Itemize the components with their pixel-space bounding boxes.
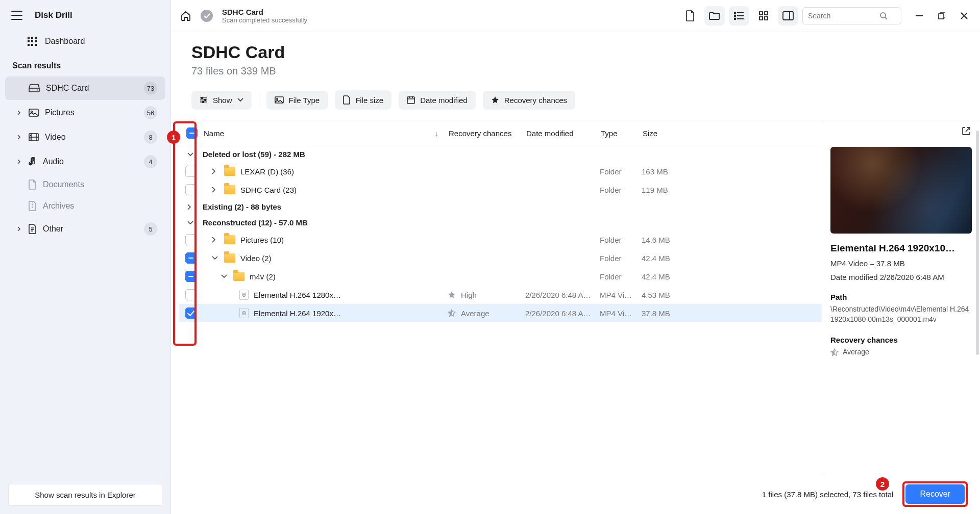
close-icon[interactable]	[958, 9, 971, 22]
sidebar-item-sdhc[interactable]: SDHC Card 73	[5, 76, 165, 100]
datemodified-filter-button[interactable]: Date modified	[399, 91, 476, 110]
table-row[interactable]: Video (2) Folder 42.4 MB	[179, 249, 822, 267]
filesize-filter-button[interactable]: File size	[335, 90, 391, 110]
table-row[interactable]: Pictures (10) Folder 14.6 MB	[179, 230, 822, 249]
table-row[interactable]: m4v (2) Folder 42.4 MB	[179, 267, 822, 286]
menu-icon[interactable]	[11, 11, 22, 20]
row-checkbox[interactable]	[185, 166, 197, 177]
row-name: Elemental H.264 1280x…	[254, 291, 341, 299]
row-name: LEXAR (D) (36)	[240, 167, 294, 176]
chevron-right-icon[interactable]	[212, 237, 219, 243]
recover-button[interactable]: Recover	[905, 484, 965, 504]
chevron-down-icon[interactable]	[212, 256, 219, 260]
scrollbar[interactable]	[976, 131, 979, 355]
sidebar-item-pictures[interactable]: Pictures 56	[5, 101, 165, 124]
chevron-right-icon[interactable]	[16, 159, 22, 164]
row-checkbox[interactable]	[185, 234, 197, 245]
row-size: 14.6 MB	[642, 236, 693, 244]
audio-icon	[29, 157, 37, 167]
sidebar-count: 5	[144, 222, 157, 236]
sidebar-item-video[interactable]: Video 8	[5, 125, 165, 149]
titlebar: SDHC Card Scan completed successfully	[171, 0, 980, 32]
row-name: Video (2)	[240, 254, 272, 263]
folder-view-icon[interactable]	[704, 6, 725, 25]
sidebar-dashboard[interactable]: Dashboard	[0, 31, 170, 52]
sidebar: Disk Drill Dashboard Scan results SDHC C…	[0, 0, 171, 514]
sidebar-label: Archives	[43, 201, 74, 211]
svg-rect-0	[28, 37, 30, 39]
preview-path-value: \Reconstructed\Video\m4v\Elemental H.264…	[830, 304, 972, 324]
column-name[interactable]: Name↓	[204, 129, 449, 138]
page-header: SDHC Card 73 files on 339 MB	[171, 32, 980, 83]
chevron-down-icon[interactable]	[221, 274, 228, 278]
column-date[interactable]: Date modified	[526, 129, 601, 138]
sidebar-item-documents[interactable]: Documents	[5, 174, 165, 195]
filetype-filter-button[interactable]: File Type	[266, 91, 328, 110]
show-filter-button[interactable]: Show	[191, 91, 252, 110]
star-half-icon	[830, 348, 839, 356]
show-in-explorer-button[interactable]: Show scan results in Explorer	[8, 484, 162, 506]
row-type: Folder	[600, 272, 642, 281]
table-group-row[interactable]: Deleted or lost (59) - 282 MB	[179, 146, 822, 162]
sidebar-item-other[interactable]: Other 5	[5, 217, 165, 241]
svg-rect-7	[31, 44, 33, 46]
row-date: 2/26/2020 6:48 A…	[525, 309, 600, 318]
column-recovery[interactable]: Recovery chances	[449, 129, 526, 138]
svg-point-29	[276, 98, 277, 99]
folder-icon	[224, 185, 235, 194]
main: SDHC Card Scan completed successfully SD…	[171, 0, 980, 514]
svg-rect-17	[760, 12, 763, 15]
table-row[interactable]: Elemental H.264 1920x… Average 2/26/2020…	[179, 304, 822, 322]
chevron-right-icon[interactable]	[16, 135, 22, 140]
grid-icon	[28, 37, 37, 46]
file-view-icon[interactable]	[680, 6, 700, 25]
maximize-icon[interactable]	[935, 9, 948, 22]
filter-label: Recovery chances	[504, 96, 567, 105]
chevron-down-icon[interactable]	[187, 221, 194, 225]
table-row[interactable]: SDHC Card (23) Folder 119 MB	[179, 181, 822, 199]
status-bar: 1 files (37.8 MB) selected, 73 files tot…	[171, 474, 980, 514]
row-checkbox[interactable]	[185, 307, 197, 319]
sidebar-item-archives[interactable]: Archives	[5, 196, 165, 216]
chevron-down-icon[interactable]	[187, 152, 194, 157]
svg-point-26	[205, 99, 206, 101]
titlebar-title: SDHC Card	[222, 8, 307, 16]
row-type: Folder	[600, 236, 642, 244]
table-group-row[interactable]: Reconstructed (12) - 57.0 MB	[179, 215, 822, 230]
preview-rc-value: Average	[843, 347, 869, 357]
home-icon[interactable]	[180, 10, 191, 21]
table-row[interactable]: LEXAR (D) (36) Folder 163 MB	[179, 162, 822, 181]
chevron-right-icon[interactable]	[187, 204, 194, 210]
filter-label: File size	[355, 96, 383, 105]
row-size: 42.4 MB	[642, 272, 693, 281]
sidebar-item-audio[interactable]: Audio 4	[5, 150, 165, 173]
panel-view-icon[interactable]	[778, 6, 798, 25]
document-icon	[29, 179, 37, 190]
svg-rect-30	[407, 97, 414, 104]
open-external-icon[interactable]	[962, 126, 971, 136]
table-row[interactable]: Elemental H.264 1280x… High 2/26/2020 6:…	[179, 286, 822, 304]
sidebar-label: Other	[43, 224, 63, 234]
minimize-icon[interactable]	[913, 9, 926, 22]
dashboard-label: Dashboard	[45, 37, 85, 46]
row-checkbox[interactable]	[185, 271, 197, 282]
column-type[interactable]: Type	[601, 129, 643, 138]
grid-view-icon[interactable]	[753, 6, 774, 25]
svg-rect-21	[783, 12, 793, 20]
chevron-right-icon[interactable]	[212, 168, 219, 174]
table-group-row[interactable]: Existing (2) - 88 bytes	[179, 199, 822, 215]
chevron-right-icon[interactable]	[16, 226, 22, 232]
star-icon	[448, 291, 456, 299]
preview-thumbnail[interactable]	[830, 147, 972, 234]
row-checkbox[interactable]	[185, 184, 197, 195]
chevron-right-icon[interactable]	[212, 187, 219, 193]
search-input[interactable]	[808, 12, 879, 20]
list-view-icon[interactable]	[729, 6, 749, 25]
row-checkbox[interactable]	[185, 289, 197, 300]
search-input-wrap[interactable]	[802, 7, 901, 24]
column-size[interactable]: Size	[643, 129, 694, 138]
recovery-filter-button[interactable]: Recovery chances	[483, 91, 575, 110]
chevron-right-icon[interactable]	[16, 110, 22, 115]
row-checkbox[interactable]	[185, 252, 197, 264]
select-all-checkbox[interactable]	[186, 127, 198, 139]
